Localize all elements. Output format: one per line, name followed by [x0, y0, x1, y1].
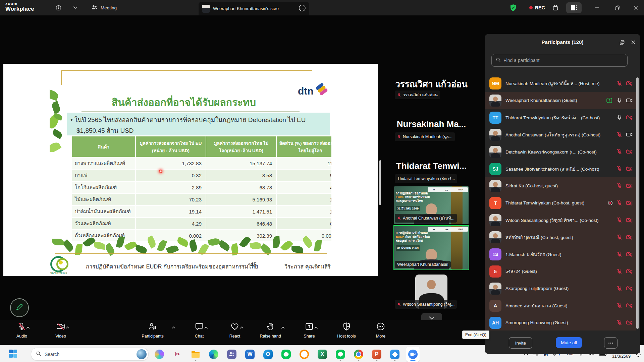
running-indicator-dot	[358, 360, 360, 361]
shared-screen-scrollbar[interactable]	[379, 160, 381, 205]
react-button[interactable]: React	[216, 322, 253, 339]
audio-button[interactable]: Audio	[3, 322, 40, 339]
share-options-chevron[interactable]	[314, 324, 318, 330]
banner-text: การปฏิบัติตามข้อกำหนดEUDR กับการเตรียมพร…	[396, 231, 430, 243]
share-screen-icon	[305, 322, 314, 332]
search-participant-input[interactable]: Find a participant	[491, 54, 628, 67]
participant-status-icons	[616, 217, 633, 223]
avatar-initials: T	[489, 197, 501, 209]
taskbar-app-file-explorer[interactable]	[189, 347, 202, 362]
video-options-chevron[interactable]	[66, 324, 69, 330]
table-cell: 1.30	[276, 205, 331, 218]
participant-row[interactable]: 1ม1.Manoch ม.ชินวัตร (Guest)	[485, 246, 636, 263]
cast-icon[interactable]	[551, 3, 560, 12]
video-tile[interactable]: วรรณวิศา แก้วอ่อนวรรณวิศา แก้วอ่อน	[394, 69, 469, 109]
close-panel-icon[interactable]	[629, 38, 638, 47]
table-row: ไม้และผลิตภัณฑ์70.235,169.931.36	[72, 193, 331, 205]
taskbar-app-outlook[interactable]: O	[261, 347, 275, 362]
taskbar-app-zoom[interactable]	[406, 347, 420, 362]
minimize-button[interactable]	[592, 3, 602, 12]
raise-hand-options-chevron[interactable]	[281, 324, 285, 330]
participant-row[interactable]: Akarapong Tuljittraporn (Guest)	[485, 280, 636, 297]
participants-button[interactable]: Participants	[134, 322, 171, 339]
tab-meeting[interactable]: Meeting	[91, 0, 117, 15]
name-chip: Nursakinah Madleah (นูร...	[395, 132, 455, 141]
participant-row[interactable]: TTThidarat Temwiriyakun (ธิดารัตน์ เต็..…	[485, 109, 636, 126]
participant-row[interactable]: หทัยทิพย์ บุตรมณี (Co-host, guest)	[485, 229, 636, 246]
taskbar-app-powerpoint[interactable]: P	[370, 347, 383, 362]
chat-button[interactable]: Chat	[181, 322, 218, 339]
participant-row[interactable]: Anothai Chusuwan (อโนทัย ชูสุวรรณ) (Co-h…	[485, 126, 636, 143]
invite-button[interactable]: Invite	[509, 337, 532, 349]
taskbar-app-edge[interactable]	[207, 347, 220, 362]
host-tools-button[interactable]: Host tools	[328, 322, 365, 339]
taskbar-app-line[interactable]	[279, 347, 293, 362]
table-cell: 19.14	[136, 205, 206, 218]
video-tile[interactable]: Witoon Sirasantipong (วิฑู...	[394, 271, 469, 310]
participant-row[interactable]: Sirirat Ku (Co-host, guest)	[485, 177, 636, 194]
info-icon[interactable]	[54, 3, 63, 12]
taskbar-app-line-2[interactable]	[334, 347, 347, 362]
table-header-row: สินค้ามูลค่าการส่งออกจากไทย ไป EU (หน่วย…	[72, 136, 331, 157]
annotate-button[interactable]	[10, 298, 29, 317]
tab-shared-screen[interactable]: Weeraphart Khunrattanasiri's scre	[199, 2, 309, 15]
participant-status-icons	[616, 319, 633, 326]
participant-row[interactable]: Witoon Sirasantipong (วิฑูรย์ ศิรศา... (…	[485, 212, 636, 229]
name-chip: วรรณวิศา แก้วอ่อน	[395, 90, 440, 99]
avatar-initials: A	[489, 300, 501, 312]
video-tile[interactable]: ●●▰▰ITAP การปฏิบัติตามข้อกำหนดEUDR กับกา…	[394, 226, 469, 269]
start-button[interactable]	[9, 349, 17, 358]
mute-all-button[interactable]: Mute all	[556, 337, 582, 348]
popout-icon[interactable]	[618, 38, 626, 47]
camera-off-icon	[626, 302, 633, 309]
participant-row[interactable]: NMNursakinah Madleah (นูรซากีนี๊ะ ห... (…	[485, 75, 636, 92]
taskbar-app-word[interactable]: W	[243, 347, 257, 362]
taskbar-app-photos[interactable]	[388, 347, 401, 362]
camera-on-icon	[626, 131, 633, 138]
view-layout-button[interactable]	[566, 2, 582, 13]
taskbar-app-excel[interactable]: X	[316, 347, 329, 362]
taskbar-app-security[interactable]	[298, 347, 311, 362]
audio-options-chevron[interactable]	[26, 324, 30, 330]
name-chip: Weeraphart Khunrattanasiri	[395, 261, 451, 268]
mic-muted-icon	[616, 234, 623, 240]
participant-name: Witoon Sirasantipong (วิฑูรย์ ศิรศา... (…	[505, 217, 612, 224]
slide-bullet-line1: • ในปี 2565 ไทยส่งออกสินค้าตามรายการที่ค…	[70, 115, 306, 125]
share-button[interactable]: Share	[291, 322, 328, 339]
participant-row[interactable]: SJSasanee Jirotvanitchakorn (สาสนีย์... …	[485, 160, 636, 177]
video-tile[interactable]: Nursakinah Ma...Nursakinah Madleah (นูร.…	[394, 111, 469, 150]
avatar-photo	[489, 95, 501, 107]
mic-muted-icon	[616, 285, 623, 292]
participant-row[interactable]: AAmanee สถาบันฮาลาล (Guest)	[485, 297, 636, 314]
participant-row[interactable]: Detchawin Kaewsriwongsakorn (เ... (Co-ho…	[485, 143, 636, 160]
participants-panel-footer: Invite Mute all	[485, 333, 640, 354]
meeting-main-area: สินค้าส่งออกที่อาจได้รับผลกระทบ dtn • ใน…	[0, 15, 644, 320]
close-button[interactable]	[631, 3, 641, 12]
panel-more-button[interactable]	[604, 337, 618, 349]
participant-row[interactable]: AHAmornpong Hirunwong (Guest)	[485, 314, 636, 330]
table-cell: 11.45	[276, 157, 331, 169]
taskbar-app-chrome[interactable]	[352, 347, 365, 362]
participants-options-chevron[interactable]	[172, 324, 175, 330]
security-shield-icon[interactable]	[508, 3, 518, 12]
mic-on-icon	[616, 114, 623, 121]
participant-row[interactable]: TThidarat Temwiriyakun (Co-host, guest)	[485, 194, 636, 212]
teams-icon	[227, 350, 236, 359]
table-cell: 0.32	[136, 169, 206, 181]
video-tile[interactable]: ●●▰▰ITAP การปฏิบัติตามข้อกำหนดEUDR กับกา…	[394, 186, 469, 224]
more-button[interactable]: More	[362, 322, 399, 339]
participant-row[interactable]: Weeraphart Khunrattanasiri (Guest)	[485, 92, 636, 109]
video-tile[interactable]: Thidarat Temwi...Thidarat Temwiriyakun (…	[394, 153, 469, 185]
participants-scrollbar[interactable]	[636, 77, 639, 329]
taskbar-search-input[interactable]: Search	[31, 348, 149, 361]
chevron-down-icon[interactable]	[70, 3, 80, 12]
tab-more-icon[interactable]	[299, 4, 306, 13]
chat-options-chevron[interactable]	[204, 324, 208, 330]
taskbar-app-snipping-tool[interactable]: ✂	[171, 347, 184, 362]
participant-row[interactable]: 5549724 (Guest)	[485, 263, 636, 280]
maximize-button[interactable]	[612, 3, 622, 12]
video-button[interactable]: Video	[42, 322, 79, 339]
react-options-chevron[interactable]	[240, 324, 244, 330]
taskbar-app-teams[interactable]	[225, 347, 238, 362]
taskbar-app-copilot[interactable]	[153, 347, 166, 362]
